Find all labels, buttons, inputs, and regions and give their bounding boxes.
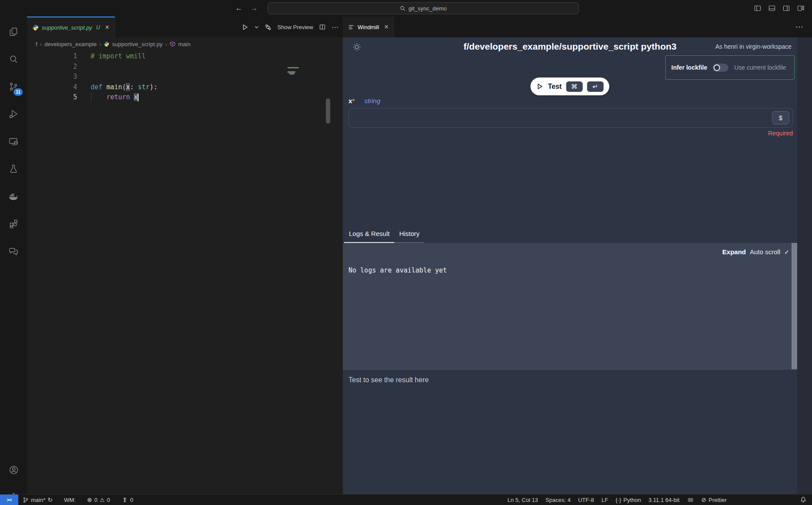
- code-line[interactable]: 5 return x: [27, 92, 343, 103]
- run-file-icon[interactable]: [241, 24, 249, 31]
- activity-bar: 11: [0, 17, 27, 495]
- wm-status[interactable]: WM:: [64, 495, 76, 505]
- breadcrumb: f › developers_example › supportive_scri…: [27, 37, 343, 50]
- indentation-status[interactable]: Spaces: 4: [545, 495, 571, 505]
- line-number: 1: [27, 51, 77, 62]
- chevron-right-icon: ›: [165, 41, 167, 47]
- show-preview-button[interactable]: Show Preview: [277, 24, 313, 30]
- symbol-function-icon: [169, 41, 176, 47]
- more-actions-icon[interactable]: ⋯: [795, 17, 803, 37]
- customize-layout-icon[interactable]: [797, 5, 804, 12]
- schema-field-label: x* string: [348, 97, 380, 104]
- check-icon: ✓: [784, 249, 789, 256]
- sidebar-item-extensions[interactable]: [0, 213, 27, 235]
- tab-logs-result[interactable]: Logs & Result: [344, 228, 394, 243]
- cmd-key-icon: ⌘: [566, 81, 582, 92]
- vscode-window: ← → git_sync_demo 11: [0, 0, 812, 505]
- result-placeholder: Test to see the result here: [348, 376, 429, 384]
- windmill-list-icon: [348, 24, 355, 30]
- python-interpreter[interactable]: 3.11.1 64-bit: [648, 495, 679, 505]
- command-center[interactable]: git_sync_demo: [267, 2, 579, 14]
- docker-icon: [8, 191, 19, 202]
- x-input[interactable]: [353, 109, 768, 126]
- cursor-position[interactable]: Ln 5, Col 13: [508, 495, 538, 505]
- tab-filename: supportive_script.py: [42, 24, 92, 31]
- breadcrumb-symbol[interactable]: main: [178, 41, 190, 47]
- encoding-status[interactable]: UTF-8: [578, 495, 594, 505]
- toggle-secondary-sidebar-icon[interactable]: [783, 5, 790, 12]
- account-button[interactable]: [0, 459, 27, 481]
- open-changes-icon[interactable]: [264, 24, 272, 31]
- sidebar-item-run-debug[interactable]: [0, 103, 27, 125]
- branch-name: main*: [31, 497, 45, 503]
- sidebar-item-search[interactable]: [0, 48, 27, 70]
- sidebar-item-source-control[interactable]: 11: [0, 76, 27, 98]
- problems-status[interactable]: ⊗ 0 ⚠ 0: [87, 495, 110, 505]
- insert-variable-button[interactable]: $: [772, 111, 789, 125]
- editor-scrollbar-thumb[interactable]: [326, 98, 330, 124]
- result-tabs: Logs & Result History: [344, 228, 424, 243]
- nav-back-icon[interactable]: ←: [235, 4, 243, 13]
- panel-scrollbar-gutter: [797, 37, 812, 495]
- breadcrumb-root[interactable]: f: [36, 41, 37, 47]
- tab-title: Windmill: [358, 24, 379, 30]
- source-control-badge: 11: [14, 88, 23, 96]
- language-mode[interactable]: {·} Python: [616, 495, 641, 505]
- breadcrumb-folder[interactable]: developers_example: [44, 41, 97, 47]
- run-dropdown-chevron-icon[interactable]: [254, 25, 259, 29]
- tab-windmill[interactable]: Windmill ×: [343, 17, 394, 37]
- eol-status[interactable]: LF: [602, 495, 608, 505]
- infer-lockfile-label: Infer lockfile: [671, 64, 707, 71]
- chat-icon: [8, 246, 19, 256]
- split-editor-icon[interactable]: [319, 24, 326, 30]
- lockfile-toggle[interactable]: [713, 64, 728, 72]
- copilot-status[interactable]: [687, 495, 694, 505]
- field-type: string: [364, 97, 380, 104]
- line-content: [77, 62, 91, 72]
- editor-tabbar: supportive_script.py U × Show Preview ⋯: [27, 17, 343, 37]
- formatter-status[interactable]: ⊘ Prettier: [701, 495, 727, 505]
- logs-empty-message: No logs are available yet: [348, 266, 447, 274]
- breadcrumb-file[interactable]: supportive_script.py: [112, 41, 162, 47]
- tab-history[interactable]: History: [394, 228, 424, 243]
- circle-slash-icon: ⊘: [701, 496, 707, 503]
- sidebar-item-remote-explorer[interactable]: [0, 131, 27, 152]
- ports-status[interactable]: 0: [122, 495, 133, 505]
- minimap[interactable]: [288, 65, 314, 91]
- autoscroll-toggle[interactable]: Auto scroll: [750, 248, 780, 256]
- close-tab-icon[interactable]: ×: [384, 24, 388, 30]
- notifications-bell-icon[interactable]: [800, 495, 807, 505]
- sidebar-item-docker[interactable]: [0, 185, 27, 207]
- branch-icon: [23, 497, 29, 503]
- sidebar-item-explorer[interactable]: [0, 21, 27, 43]
- logs-panel: Expand Auto scroll ✓ No logs are availab…: [343, 243, 797, 369]
- nav-forward-icon[interactable]: →: [250, 4, 258, 13]
- sync-icon: ↻: [47, 496, 53, 503]
- text-cursor: [138, 94, 139, 101]
- python-icon: [32, 24, 39, 31]
- minimap-line: [289, 73, 294, 74]
- git-status-untracked: U: [96, 24, 100, 30]
- line-content: # import wmill: [77, 51, 145, 62]
- search-icon: [8, 54, 19, 64]
- line-number: 2: [27, 62, 77, 72]
- line-number: 5: [27, 92, 77, 103]
- minimap-line: [288, 67, 299, 68]
- more-actions-icon[interactable]: ⋯: [332, 23, 338, 31]
- radio-tower-icon: [122, 497, 128, 503]
- toggle-panel-icon[interactable]: [768, 5, 775, 12]
- test-button[interactable]: Test ⌘ ↵: [531, 77, 609, 95]
- code-line[interactable]: 1# import wmill: [27, 51, 343, 62]
- git-branch-status[interactable]: main* ↻: [23, 495, 53, 505]
- code-editor[interactable]: 1# import wmill234def main(x: str):5 ret…: [27, 50, 343, 495]
- sidebar-item-testing[interactable]: [0, 158, 27, 180]
- remote-indicator[interactable]: ><: [0, 495, 18, 505]
- line-content: def main(x: str):: [77, 82, 158, 93]
- sidebar-item-chat[interactable]: [0, 240, 27, 262]
- tab-supportive-script[interactable]: supportive_script.py U ×: [27, 17, 115, 37]
- toggle-primary-sidebar-icon[interactable]: [754, 5, 761, 12]
- expand-logs-button[interactable]: Expand: [722, 248, 746, 256]
- close-tab-icon[interactable]: ×: [105, 24, 109, 31]
- line-number: 3: [27, 72, 77, 82]
- minimap-line: [288, 71, 295, 73]
